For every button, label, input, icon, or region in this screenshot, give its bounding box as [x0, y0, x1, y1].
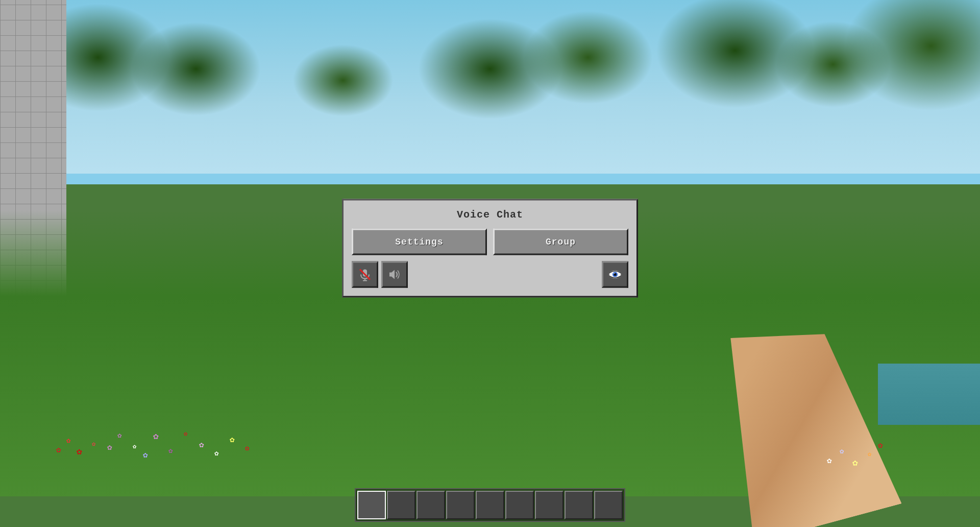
hotbar-slot-3[interactable]	[416, 491, 445, 519]
hotbar-slot-7[interactable]	[535, 491, 564, 519]
dialog-title: Voice Chat	[352, 209, 628, 221]
settings-button[interactable]: Settings	[352, 229, 487, 255]
mute-mic-button[interactable]	[352, 261, 378, 288]
hotbar-slot-2[interactable]	[387, 491, 415, 519]
eye-icon	[607, 267, 623, 282]
toggle-hud-button[interactable]	[602, 261, 628, 288]
hotbar-slot-8[interactable]	[565, 491, 593, 519]
dialog-overlay: Voice Chat Settings Group	[342, 199, 638, 298]
group-button[interactable]: Group	[493, 229, 628, 255]
hotbar-slot-6[interactable]	[505, 491, 534, 519]
svg-point-8	[614, 273, 615, 274]
game-background: ✿ ✿ ✿ ✿ ✿ ✿ ✿ ✿ ✿ ✿ ✿ ✿ ✿ ✿ ✿ ✿ ✿ ✿ ✿ ✿ …	[0, 0, 980, 527]
dialog-buttons-row: Settings Group	[352, 229, 628, 255]
dialog-icons-row	[352, 261, 628, 288]
speaker-icon	[387, 268, 402, 282]
hotbar-slot-1[interactable]	[357, 491, 386, 519]
voice-chat-dialog: Voice Chat Settings Group	[342, 199, 638, 298]
hotbar	[355, 488, 625, 522]
hotbar-slot-5[interactable]	[476, 491, 504, 519]
toggle-sound-button[interactable]	[381, 261, 408, 288]
foliage-overlay	[0, 0, 980, 230]
hotbar-slot-4[interactable]	[446, 491, 475, 519]
water-area	[878, 364, 980, 425]
svg-marker-4	[389, 270, 395, 279]
mic-muted-icon	[358, 268, 372, 282]
hotbar-slot-9[interactable]	[594, 491, 623, 519]
